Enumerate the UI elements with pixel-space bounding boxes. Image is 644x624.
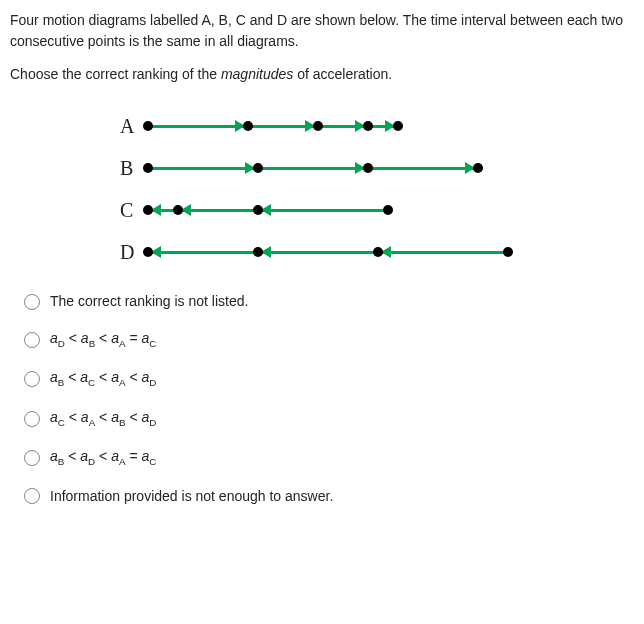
diagram-track [148,119,408,133]
option-label: aD < aB < aA = aC [50,328,156,351]
position-dot [253,205,263,215]
question-task-a: Choose the correct ranking of the [10,66,221,82]
option-3[interactable]: aC < aA < aB < aD [24,407,634,430]
position-dot [143,247,153,257]
radio-icon[interactable] [24,371,40,387]
position-dot [173,205,183,215]
position-dot [363,163,373,173]
radio-icon[interactable] [24,450,40,466]
segment-line [148,125,248,128]
position-dot [503,247,513,257]
question-task: Choose the correct ranking of the magnit… [10,64,634,85]
option-5[interactable]: Information provided is not enough to an… [24,486,634,507]
position-dot [243,121,253,131]
option-label: aB < aC < aA < aD [50,367,156,390]
segment-line [258,209,388,212]
option-label: The correct ranking is not listed. [50,291,248,312]
option-0[interactable]: The correct ranking is not listed. [24,291,634,312]
position-dot [473,163,483,173]
segment-line [378,251,508,254]
segment-line [258,251,378,254]
diagram-track [148,161,488,175]
segment-line [258,167,368,170]
position-dot [253,247,263,257]
option-label: Information provided is not enough to an… [50,486,333,507]
option-4[interactable]: aB < aD < aA = aC [24,446,634,469]
option-1[interactable]: aD < aB < aA = aC [24,328,634,351]
diagram-row-B: B [120,159,634,177]
diagram-row-D: D [120,243,634,261]
diagram-row-A: A [120,117,634,135]
segment-line [148,167,258,170]
question-task-b: of acceleration. [293,66,392,82]
position-dot [313,121,323,131]
segment-line [368,167,478,170]
option-2[interactable]: aB < aC < aA < aD [24,367,634,390]
question-task-italic: magnitudes [221,66,293,82]
diagram-track [148,245,518,259]
radio-icon[interactable] [24,332,40,348]
radio-icon[interactable] [24,294,40,310]
question-intro: Four motion diagrams labelled A, B, C an… [10,10,634,52]
position-dot [143,163,153,173]
position-dot [393,121,403,131]
position-dot [143,121,153,131]
option-label: aC < aA < aB < aD [50,407,156,430]
diagram-track [148,203,398,217]
position-dot [363,121,373,131]
diagram-row-C: C [120,201,634,219]
segment-line [148,251,258,254]
radio-icon[interactable] [24,488,40,504]
position-dot [143,205,153,215]
position-dot [383,205,393,215]
motion-diagrams: ABCD [10,97,634,291]
position-dot [253,163,263,173]
position-dot [373,247,383,257]
radio-icon[interactable] [24,411,40,427]
option-label: aB < aD < aA = aC [50,446,156,469]
answer-options: The correct ranking is not listed.aD < a… [10,291,634,507]
